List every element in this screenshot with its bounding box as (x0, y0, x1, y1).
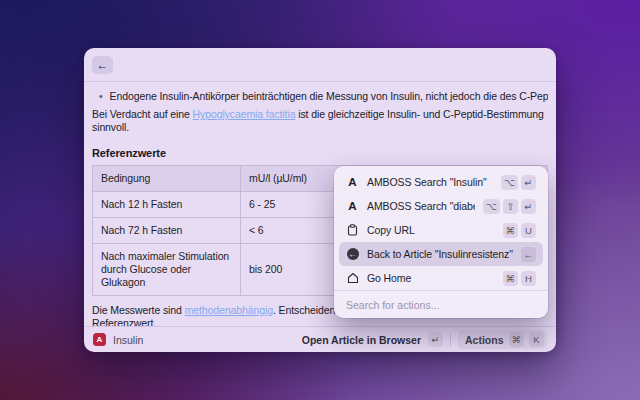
amboss-a-icon: A (346, 176, 359, 188)
hypoglycaemia-link[interactable]: Hypoglycaemia factitia (193, 108, 296, 120)
command-key-icon: ⌘ (503, 223, 519, 238)
left-arrow-key-icon: ← (521, 247, 537, 262)
actions-search-bar (334, 290, 548, 318)
return-key-icon: ↵ (521, 175, 536, 190)
menu-item-amboss-search-insulin[interactable]: A AMBOSS Search "Insulin" ⌥ ↵ (339, 170, 543, 194)
k-key-icon: K (529, 332, 544, 347)
window-titlebar: ← (84, 48, 556, 82)
open-article-button[interactable]: Open Article in Browser (302, 334, 421, 346)
back-button[interactable]: ← (92, 56, 113, 74)
section-title: Referenzwerte (92, 147, 548, 160)
menu-item-go-home[interactable]: Go Home ⌘ H (339, 266, 543, 290)
methodenabhaengig-link[interactable]: methodenabhängig (185, 304, 273, 316)
bullet-text: Endogene Insulin-Antikörper beinträchtig… (110, 90, 548, 103)
actions-menu-items: A AMBOSS Search "Insulin" ⌥ ↵ A AMBOSS S… (334, 166, 548, 290)
table-header-condition: Bedingung (93, 166, 241, 192)
bullet-item: • Endogene Insulin-Antikörper beinträcht… (92, 90, 548, 103)
paragraph-hypoglycaemia: Bei Verdacht auf eine Hypoglycaemia fact… (92, 108, 548, 134)
command-key-icon: ⌘ (509, 332, 525, 347)
option-key-icon: ⌥ (501, 175, 518, 190)
actions-search-input[interactable] (346, 299, 536, 311)
menu-item-copy-url[interactable]: Copy URL ⌘ U (339, 218, 543, 242)
clipboard-icon (346, 224, 359, 236)
actions-button[interactable]: Actions ⌘ K (458, 330, 547, 349)
shift-key-icon: ⇧ (503, 199, 518, 214)
home-icon (346, 272, 359, 284)
footer-source-label: Insulin (113, 334, 143, 346)
amboss-a-icon: A (346, 200, 359, 212)
window-footer: A Insulin Open Article in Browser ↵ Acti… (84, 326, 556, 352)
back-arrow-icon: ← (97, 56, 109, 74)
menu-item-back-to-article[interactable]: ← Back to Article "Insulinresistenz" ← (339, 242, 543, 266)
bullet-marker: • (99, 90, 103, 103)
amboss-logo-icon: A (93, 333, 106, 346)
return-key-icon: ↵ (521, 199, 536, 214)
return-key-icon: ↵ (428, 332, 443, 347)
command-key-icon: ⌘ (503, 271, 519, 286)
footer-divider (450, 334, 451, 346)
option-key-icon: ⌥ (483, 199, 500, 214)
h-key-icon: H (521, 271, 536, 286)
actions-menu: A AMBOSS Search "Insulin" ⌥ ↵ A AMBOSS S… (334, 166, 548, 318)
back-circle-icon: ← (346, 248, 359, 260)
u-key-icon: U (521, 223, 536, 238)
menu-item-amboss-search-diabetes[interactable]: A AMBOSS Search "diabetes" ⌥ ⇧ ↵ (339, 194, 543, 218)
